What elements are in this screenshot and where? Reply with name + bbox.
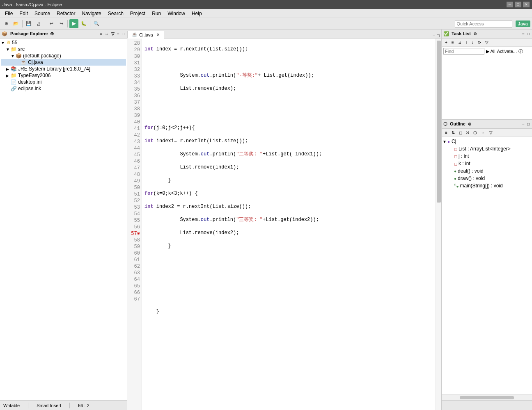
collapse-all-outline[interactable]: ≡: [443, 130, 449, 136]
search-button[interactable]: 🔍: [92, 19, 101, 28]
code-editor[interactable]: 28 29 30 31 32 33 34 35 36 37 38 39 40 4…: [127, 39, 441, 410]
src-icon: 📁: [11, 46, 17, 52]
minimize-button[interactable]: ─: [507, 2, 513, 7]
menu-help[interactable]: Help: [188, 9, 205, 18]
all-label[interactable]: ▶ All: [486, 49, 495, 54]
debug-button[interactable]: 🐛: [79, 19, 88, 28]
code-line-30: System.out.println("-等奖:"+ List.get(inde…: [144, 72, 433, 79]
menu-source[interactable]: Source: [31, 9, 53, 18]
editor-maximize[interactable]: □: [437, 33, 440, 38]
quick-access-area: Java: [455, 20, 530, 27]
tree-item-default-pkg[interactable]: ▼ 📦 (default package): [1, 52, 126, 59]
center-area: ☕ Cj.java ✕ − □ 28 29 30 31 32 33: [127, 30, 442, 400]
tree-item-eclipse-lnk[interactable]: 🔗 eclipse.lnk: [1, 85, 126, 92]
package-explorer-header: 📦 Package Explorer ⊕ ≡ ↔ ▽ − □: [0, 30, 127, 39]
minimize-panel-button[interactable]: −: [116, 32, 120, 36]
pull-task[interactable]: ↓: [470, 39, 475, 46]
menu-file[interactable]: File: [2, 9, 16, 18]
tab-cj-java[interactable]: ☕ Cj.java ✕: [127, 31, 164, 39]
outline-menu[interactable]: ▽: [488, 130, 494, 136]
task-minimize[interactable]: −: [521, 32, 525, 36]
task-find-area: ▶ All Activate... ⓘ: [442, 47, 532, 56]
scroll-indicator[interactable]: [436, 39, 441, 410]
outline-close-icon[interactable]: ⊕: [468, 122, 471, 126]
code-content[interactable]: int index = r.nextInt(List.size()); Syst…: [142, 39, 436, 410]
editor-minimize[interactable]: −: [433, 33, 435, 38]
save-button[interactable]: 💾: [24, 19, 33, 28]
java-icon: ☕: [132, 32, 138, 37]
activate-label[interactable]: Activate...: [497, 49, 517, 54]
task-maximize[interactable]: □: [526, 32, 530, 36]
view-menu-button[interactable]: ▽: [110, 32, 115, 36]
folder-icon: 📁: [11, 73, 17, 78]
tree-item-src[interactable]: ▼ 📁 src: [1, 46, 126, 52]
tree-item-cj-java[interactable]: ☕ Cj.java: [1, 59, 126, 66]
outline-class-cj[interactable]: ▼ ● Cj: [443, 138, 531, 145]
tree-item-desktop[interactable]: 📄 desktop.ini: [1, 79, 126, 85]
collapse-all-tasks[interactable]: ≡: [450, 39, 456, 46]
editor-controls: − □: [431, 33, 441, 38]
undo-button[interactable]: ↩: [47, 19, 56, 28]
code-line-53: [144, 374, 433, 380]
outline-method-draw[interactable]: ● draw() : void: [443, 175, 531, 182]
open-button[interactable]: 📂: [11, 19, 21, 28]
tree-item-jre[interactable]: ▶ 📚 JRE System Library [jre1.8.0_74]: [1, 66, 126, 72]
maximize-button[interactable]: □: [515, 2, 521, 7]
toolbar-separator-4: [90, 20, 90, 27]
right-panel: ✅ Task List ⊕ − □ + ≡ ⊿ ↑ ↓ ⟳ ▽: [442, 30, 532, 400]
menu-window[interactable]: Window: [164, 9, 188, 18]
outline-method-main[interactable]: S● main(String[]) : void: [443, 182, 531, 189]
task-find-input[interactable]: [443, 48, 484, 55]
link-with-editor[interactable]: ↔: [479, 130, 487, 136]
push-task[interactable]: ↑: [464, 39, 469, 46]
code-line-51: [144, 348, 433, 354]
outline-scrollbar[interactable]: [442, 394, 532, 400]
link-editor-button[interactable]: ↔: [104, 32, 110, 36]
code-line-39: for(k=0;k<3;k++) {: [144, 190, 433, 197]
menu-refactor[interactable]: Refactor: [53, 9, 78, 18]
outline-tree: ▼ ● Cj ◻ List : ArrayList<Integer> ◻ j :…: [442, 137, 532, 394]
menu-navigate[interactable]: Navigate: [78, 9, 104, 18]
filter-tasks[interactable]: ⊿: [456, 39, 463, 46]
sort-outline[interactable]: ⇅: [450, 130, 456, 136]
close-button[interactable]: ✕: [523, 2, 530, 7]
title-bar: Java - 55/src/Cj.java - Eclipse ─ □ ✕: [0, 0, 532, 9]
task-info-icon[interactable]: ⓘ: [518, 48, 523, 55]
print-button[interactable]: 🖨: [34, 19, 43, 28]
hide-static[interactable]: S: [465, 130, 471, 136]
outline-field-j[interactable]: ◻ j : int: [443, 153, 531, 160]
tree-item-typeeasy[interactable]: ▶ 📁 TypeEasy2006: [1, 72, 126, 79]
task-list-icon: ✅: [443, 31, 449, 36]
new-task-button[interactable]: +: [443, 39, 449, 46]
redo-button[interactable]: ↪: [57, 19, 66, 28]
code-line-32: [144, 98, 433, 105]
outline-header: ⬡ Outline ⊕ − □: [442, 120, 532, 129]
perspective-label[interactable]: Java: [516, 20, 530, 27]
menu-project[interactable]: Project: [127, 9, 149, 18]
hide-fields[interactable]: ◻: [457, 130, 464, 136]
menu-run[interactable]: Run: [149, 9, 164, 18]
outline-field-list[interactable]: ◻ List : ArrayList<Integer>: [443, 145, 531, 153]
menu-search[interactable]: Search: [105, 9, 127, 18]
run-button[interactable]: ▶: [69, 19, 78, 28]
show-inherited[interactable]: ⬡: [472, 130, 479, 136]
outline-field-k[interactable]: ◻ k : int: [443, 160, 531, 167]
maximize-panel-button[interactable]: □: [121, 32, 125, 36]
outline-method-deal[interactable]: ● deal() : void: [443, 167, 531, 175]
sync-tasks[interactable]: ⟳: [476, 39, 483, 46]
collapse-all-button[interactable]: ≡: [99, 32, 103, 36]
quick-access-input[interactable]: [455, 20, 512, 27]
code-line-47: [144, 295, 433, 302]
tree-item-55[interactable]: ▼ 🖥 55: [1, 39, 126, 46]
task-list-close-icon[interactable]: ⊕: [473, 32, 477, 36]
insert-mode-label: Smart Insert: [37, 403, 61, 408]
new-button[interactable]: ⊕: [2, 19, 11, 28]
tab-close-icon[interactable]: ✕: [156, 32, 160, 37]
menu-edit[interactable]: Edit: [16, 9, 31, 18]
task-view-menu[interactable]: ▽: [484, 39, 490, 46]
outline-minimize[interactable]: −: [521, 122, 525, 126]
outline-maximize[interactable]: □: [526, 122, 530, 126]
lnk-file-icon: 🔗: [11, 86, 17, 91]
java-file-icon: ☕: [21, 59, 27, 65]
code-line-45: [144, 269, 433, 276]
